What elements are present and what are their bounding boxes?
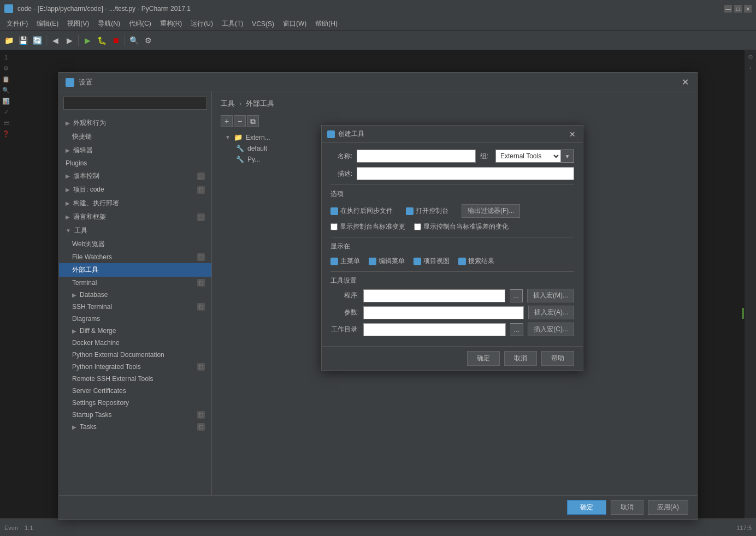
ct-program-browse-btn[interactable]: ...: [510, 289, 523, 302]
ct-cancel-button[interactable]: 取消: [504, 351, 537, 366]
ct-workdir-browse-btn[interactable]: ...: [510, 323, 523, 336]
settings-apply-button[interactable]: 应用(A): [648, 500, 688, 515]
ct-group-select-wrap: External Tools ▼: [495, 150, 574, 163]
ct-desc-input[interactable]: [357, 167, 574, 180]
add-tool-button[interactable]: +: [221, 115, 233, 127]
menu-help[interactable]: 帮助(H): [311, 18, 342, 29]
badge: ⬚: [197, 172, 205, 180]
menu-refactor[interactable]: 重构(R): [156, 18, 187, 29]
toolbar-sync-btn[interactable]: 🔄: [31, 34, 44, 47]
menu-nav[interactable]: 导航(N): [93, 18, 125, 29]
tree-item-database[interactable]: ▶ Database: [59, 289, 211, 301]
sync-icon: [330, 207, 338, 215]
ct-ok-button[interactable]: 确定: [467, 351, 500, 366]
tree-item-settings-repo[interactable]: Settings Repository: [59, 397, 211, 409]
ct-tool-settings: 程序: ... 插入宏(M)... 参数: 插入宏(A)...: [330, 289, 574, 336]
ct-title: 创建工具: [338, 129, 564, 139]
tree-item-python-int-tools[interactable]: Python Integrated Tools ⬚: [59, 361, 211, 373]
ct-body: 名称: 组: External Tools ▼: [322, 143, 583, 346]
ct-program-label: 程序:: [330, 291, 359, 300]
ct-titlebar: 创建工具 ✕: [322, 126, 583, 143]
ct-params-macro-btn[interactable]: 插入宏(A)...: [528, 306, 574, 319]
ct-close-button[interactable]: ✕: [568, 129, 577, 139]
tree-item-project[interactable]: ▶ 项目: code ⬚: [59, 183, 211, 196]
tree-item-docker[interactable]: Docker Machine: [59, 337, 211, 349]
arrow-icon: ▶: [72, 424, 76, 430]
ct-stdout-checkbox[interactable]: [330, 223, 338, 230]
menu-window[interactable]: 窗口(W): [279, 18, 311, 29]
remove-tool-button[interactable]: −: [234, 115, 246, 127]
tree-item-tasks[interactable]: ▶ Tasks ⬚: [59, 421, 211, 433]
minimize-button[interactable]: —: [724, 5, 732, 13]
toolbar-settings-btn[interactable]: ⚙: [141, 34, 155, 47]
toolbar-forward-btn[interactable]: ▶: [63, 34, 76, 47]
toolbar-debug-btn[interactable]: 🐛: [95, 34, 108, 47]
toolbar-open-btn[interactable]: 📁: [2, 34, 15, 47]
tree-item-keymap[interactable]: 快捷键: [59, 130, 211, 144]
close-button[interactable]: ✕: [744, 5, 752, 13]
ct-name-input[interactable]: [357, 150, 476, 163]
menu-vcs[interactable]: VCS(S): [247, 19, 279, 29]
menu-edit[interactable]: 编辑(E): [32, 18, 63, 29]
ct-group-dropdown-btn[interactable]: ▼: [561, 150, 574, 163]
bottom-bar: Even 1:1 117:5: [0, 519, 756, 536]
ct-options-label: 选项: [330, 189, 574, 199]
tree-item-webbrowser[interactable]: Web浏览器: [59, 237, 211, 251]
toolbar-run-btn[interactable]: ▶: [81, 34, 94, 47]
settings-dialog-backdrop: 设置 ✕ ▶ 外观和行为 快捷键: [0, 50, 756, 519]
mainmenu-icon: [330, 258, 338, 265]
ct-stderr-checkbox[interactable]: [414, 223, 421, 230]
menu-code[interactable]: 代码(C): [125, 18, 156, 29]
tree-item-server-certs[interactable]: Server Certificates: [59, 385, 211, 397]
ct-workdir-macro-btn[interactable]: 插入宏(C)...: [528, 323, 574, 336]
ct-workdir-input[interactable]: [363, 323, 506, 336]
toolbar-search-btn[interactable]: 🔍: [127, 34, 140, 47]
maximize-button[interactable]: □: [734, 5, 742, 13]
window-controls: — □ ✕: [724, 5, 752, 13]
tree-item-diff-merge[interactable]: ▶ Diff & Merge: [59, 325, 211, 337]
tree-item-startup-tasks[interactable]: Startup Tasks ⬚: [59, 409, 211, 421]
tree-item-appearance[interactable]: ▶ 外观和行为: [59, 116, 211, 130]
menu-tools[interactable]: 工具(T): [217, 18, 247, 29]
tree-item-tools[interactable]: ▼ 工具: [59, 224, 211, 237]
toolbar-save-btn[interactable]: 💾: [16, 34, 29, 47]
toolbar-back-btn[interactable]: ◀: [49, 34, 62, 47]
tree-item-ssh-terminal[interactable]: SSH Terminal ⬚: [59, 301, 211, 313]
menu-run[interactable]: 运行(U): [186, 18, 217, 29]
tree-item-label: File Watchers: [72, 253, 112, 261]
menu-view[interactable]: 视图(V): [63, 18, 93, 29]
badge: ⬚: [197, 363, 205, 371]
badge: ⬚: [197, 186, 205, 194]
arrow-icon: ▶: [66, 147, 70, 153]
ct-group-label: 组:: [480, 152, 491, 161]
ct-divider-1: [330, 184, 574, 185]
tree-item-external-tools[interactable]: 外部工具: [59, 263, 211, 277]
toolbar-stop-btn[interactable]: ⏹: [109, 34, 122, 47]
ct-output-filter-button[interactable]: 输出过滤器(F)...: [462, 204, 520, 218]
ct-group-select[interactable]: External Tools: [495, 150, 561, 163]
copy-tool-button[interactable]: ⧉: [247, 115, 259, 127]
menu-file[interactable]: 文件(F): [2, 18, 32, 29]
ct-mainmenu-label: 主菜单: [340, 257, 360, 266]
tree-item-label: 构建、执行部署: [73, 199, 119, 208]
ct-options-row1: 在执行后同步文件 打开控制台 输出过滤器(F)...: [330, 202, 574, 220]
ct-params-input[interactable]: [363, 306, 524, 319]
settings-search-input[interactable]: [63, 97, 207, 110]
tree-item-terminal[interactable]: Terminal ⬚: [59, 277, 211, 289]
ct-help-button[interactable]: 帮助: [541, 351, 574, 366]
settings-ok-button[interactable]: 确定: [567, 500, 606, 515]
tree-item-python-ext-doc[interactable]: Python External Documentation: [59, 349, 211, 361]
tree-item-vcs[interactable]: ▶ 版本控制 ⬚: [59, 169, 211, 183]
ct-program-macro-btn[interactable]: 插入宏(M)...: [527, 289, 574, 302]
ct-program-input[interactable]: [363, 289, 505, 302]
tree-item-editor[interactable]: ▶ 编辑器: [59, 144, 211, 157]
settings-dialog-close[interactable]: ✕: [680, 77, 690, 88]
tree-item-filewatchers[interactable]: File Watchers ⬚: [59, 251, 211, 263]
tree-item-langs[interactable]: ▶ 语言和框架 ⬚: [59, 210, 211, 224]
ct-desc-row: 描述:: [330, 167, 574, 180]
tree-item-build[interactable]: ▶ 构建、执行部署: [59, 196, 211, 210]
settings-cancel-button[interactable]: 取消: [611, 500, 643, 515]
tree-item-remote-ssh[interactable]: Remote SSH External Tools: [59, 373, 211, 385]
tree-item-plugins[interactable]: Plugins: [59, 157, 211, 169]
tree-item-diagrams[interactable]: Diagrams: [59, 313, 211, 325]
